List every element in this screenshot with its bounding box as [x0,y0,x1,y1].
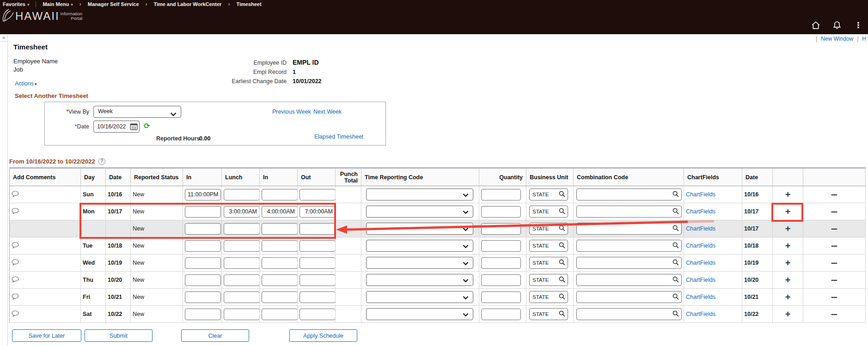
out-time-input[interactable] [300,206,336,218]
quantity-input[interactable] [481,274,521,286]
delete-row-button[interactable]: − [831,241,838,250]
delete-row-button[interactable]: − [831,207,838,216]
help-icon[interactable]: ? [98,158,105,165]
add-comment-icon[interactable] [12,208,19,214]
out-time-input[interactable] [300,240,336,252]
refresh-icon[interactable]: ⟳ [144,121,150,130]
add-comment-icon[interactable] [12,293,19,300]
in-time-input[interactable] [185,240,221,252]
combination-code-lookup[interactable] [576,257,682,269]
business-unit-lookup[interactable]: STATE [529,291,568,303]
lunch-time-input[interactable] [224,274,260,286]
combination-code-lookup[interactable] [576,223,682,235]
business-unit-lookup[interactable]: STATE [529,308,568,320]
combination-code-lookup[interactable] [576,291,682,303]
chartfields-link[interactable]: ChartFields [686,277,715,283]
apply-schedule-button[interactable]: Apply Schedule [289,329,357,342]
combination-code-lookup[interactable] [576,274,682,286]
add-comment-icon[interactable] [12,191,19,197]
time-reporting-code-select[interactable] [366,206,473,218]
expand-panel-button[interactable]: » [0,34,7,42]
delete-row-button[interactable]: − [831,275,838,285]
lunch-time-input[interactable] [224,189,260,200]
chartfields-link[interactable]: ChartFields [686,243,715,249]
in-time-input[interactable] [185,223,221,235]
add-row-button[interactable]: + [785,224,791,233]
breadcrumb-item-timesheet[interactable]: Timesheet [236,1,261,7]
out-time-input[interactable] [300,189,336,200]
lunch-time-input[interactable] [224,309,260,320]
home-icon[interactable] [811,20,821,30]
quantity-input[interactable] [481,291,521,303]
breadcrumb-item-manager-self-service[interactable]: Manager Self Service [88,1,139,7]
add-comment-icon[interactable] [12,259,19,266]
breadcrumb-favorites[interactable]: Favorites▾ [3,1,29,7]
elapsed-timesheet-link[interactable]: Elapsed Timesheet [314,134,363,140]
actions-menu-button[interactable]: Actions▾ [15,80,37,87]
previous-week-link[interactable]: Previous Week [272,109,311,115]
in2-time-input[interactable] [262,274,298,286]
add-comment-icon[interactable] [12,242,19,249]
submit-button[interactable]: Submit [85,329,153,342]
chartfields-link[interactable]: ChartFields [686,311,715,317]
business-unit-lookup[interactable]: STATE [529,206,568,218]
in2-time-input[interactable] [262,291,298,303]
help-link-truncated[interactable]: H [862,36,866,42]
in2-time-input[interactable] [262,240,298,252]
more-actions-kebab-icon[interactable]: ⋮ [853,20,863,30]
delete-row-button[interactable]: − [831,190,838,199]
delete-row-button[interactable]: − [831,224,838,233]
in-time-input[interactable] [185,189,221,200]
add-row-button[interactable]: + [785,207,791,216]
chartfields-link[interactable]: ChartFields [686,191,715,198]
add-row-button[interactable]: + [785,258,791,267]
business-unit-lookup[interactable]: STATE [529,223,568,235]
out-time-input[interactable] [300,291,336,303]
save-for-later-button[interactable]: Save for Later [12,329,81,342]
in2-time-input[interactable] [262,257,298,269]
lunch-time-input[interactable] [224,257,260,269]
delete-row-button[interactable]: − [831,310,838,319]
out-time-input[interactable] [300,274,336,286]
business-unit-lookup[interactable]: STATE [529,257,568,269]
time-reporting-code-select[interactable] [366,308,473,320]
in2-time-input[interactable] [262,223,298,235]
clear-button[interactable]: Clear [181,329,249,342]
lunch-time-input[interactable] [224,291,260,303]
in2-time-input[interactable] [262,309,298,320]
quantity-input[interactable] [481,206,521,218]
out-time-input[interactable] [300,309,336,320]
time-reporting-code-select[interactable] [366,274,473,286]
add-row-button[interactable]: + [785,292,791,302]
out-time-input[interactable] [300,257,336,269]
new-window-link[interactable]: New Window [821,36,853,42]
quantity-input[interactable] [481,257,521,269]
quantity-input[interactable] [481,223,521,235]
lunch-time-input[interactable] [224,206,260,218]
combination-code-lookup[interactable] [576,206,682,218]
chartfields-link[interactable]: ChartFields [686,208,715,215]
in-time-input[interactable] [185,309,221,320]
in2-time-input[interactable] [262,189,298,200]
business-unit-lookup[interactable]: STATE [529,188,568,200]
notifications-bell-icon[interactable] [832,20,842,30]
in-time-input[interactable] [185,291,221,303]
add-comment-icon[interactable] [12,310,19,317]
out-time-input[interactable] [300,223,336,235]
quantity-input[interactable] [481,309,521,320]
combination-code-lookup[interactable] [576,240,682,252]
combination-code-lookup[interactable] [576,188,682,200]
time-reporting-code-select[interactable] [366,240,473,252]
add-row-button[interactable]: + [785,275,791,285]
delete-row-button[interactable]: − [831,292,838,302]
quantity-input[interactable] [481,189,521,200]
next-week-link[interactable]: Next Week [313,109,342,115]
combination-code-lookup[interactable] [576,308,682,320]
quantity-input[interactable] [481,240,521,252]
breadcrumb-main-menu[interactable]: Main Menu▾ [43,1,73,7]
breadcrumb-item-time-and-labor-workcenter[interactable]: Time and Labor WorkCenter [154,1,222,7]
business-unit-lookup[interactable]: STATE [529,274,568,286]
chartfields-link[interactable]: ChartFields [686,294,715,300]
time-reporting-code-select[interactable] [366,223,473,235]
lunch-time-input[interactable] [224,223,260,235]
